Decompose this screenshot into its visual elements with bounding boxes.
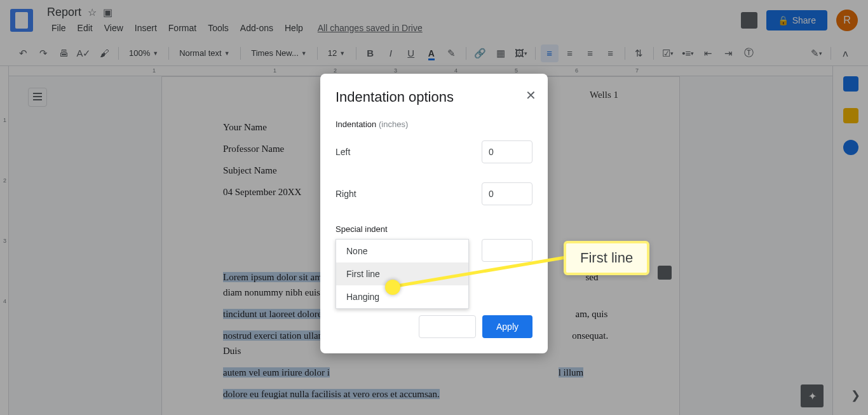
share-label: Share (792, 15, 816, 25)
saved-status[interactable]: All changes saved in Drive (318, 23, 423, 33)
avatar[interactable]: R (836, 10, 858, 31)
menu-insert[interactable]: Insert (130, 20, 161, 36)
editing-mode-icon[interactable]: ✎▾ (808, 44, 825, 62)
highlight-icon[interactable]: ✎ (443, 44, 461, 62)
dialog-title: Indentation options (336, 89, 532, 105)
close-icon[interactable]: ✕ (526, 88, 536, 103)
zoom-select[interactable]: 100%▼ (124, 46, 163, 60)
calendar-icon[interactable] (843, 76, 858, 92)
doc-body[interactable]: autem vel eum iriure dolor i l illum (223, 365, 618, 380)
side-panel-chevron-icon[interactable]: ❯ (851, 388, 860, 402)
undo-icon[interactable]: ↶ (14, 44, 32, 62)
explore-button[interactable] (801, 384, 824, 407)
keep-icon[interactable] (843, 108, 858, 123)
font-size-select[interactable]: 12▼ (323, 46, 351, 60)
share-button[interactable]: 🔒 Share (766, 10, 827, 31)
menu-edit[interactable]: Edit (73, 20, 97, 36)
dropdown-option-first-line[interactable]: First line (336, 262, 468, 285)
print-icon[interactable]: 🖶 (55, 44, 72, 62)
open-comments-icon[interactable] (741, 12, 757, 29)
align-center-icon[interactable]: ≡ (561, 44, 579, 62)
special-indent-dropdown[interactable]: None First line Hanging (336, 239, 469, 309)
annotation-dot (385, 280, 400, 295)
special-indent-value-input[interactable] (482, 239, 532, 262)
menu-help[interactable]: Help (280, 20, 308, 36)
add-comment-side-icon[interactable] (658, 266, 672, 280)
line-spacing-icon[interactable]: ⇅ (630, 44, 648, 62)
redo-icon[interactable]: ↷ (34, 44, 52, 62)
dropdown-option-none[interactable]: None (336, 240, 468, 262)
star-icon[interactable]: ☆ (88, 6, 97, 18)
menu-view[interactable]: View (100, 20, 128, 36)
menu-format[interactable]: Format (164, 20, 201, 36)
add-comment-icon[interactable]: ▦ (492, 44, 510, 62)
right-indent-label: Right (336, 189, 356, 199)
paragraph-style-select[interactable]: Normal text▼ (174, 46, 235, 60)
tasks-icon[interactable] (843, 140, 858, 155)
bulleted-list-icon[interactable]: •≡▾ (679, 44, 697, 62)
right-indent-input[interactable] (482, 182, 532, 205)
bold-icon[interactable]: B (362, 44, 379, 62)
indentation-options-dialog: Indentation options ✕ Indentation (inche… (320, 74, 548, 353)
indentation-label: Indentation (inches) (336, 119, 532, 129)
align-right-icon[interactable]: ≡ (581, 44, 599, 62)
side-panel (832, 66, 868, 415)
menu-tools[interactable]: Tools (203, 20, 233, 36)
increase-indent-icon[interactable]: ⇥ (720, 44, 738, 62)
dropdown-option-hanging[interactable]: Hanging (336, 285, 468, 308)
align-justify-icon[interactable]: ≡ (602, 44, 620, 62)
font-select[interactable]: Times New...▼ (246, 46, 312, 60)
doc-title[interactable]: Report (47, 6, 81, 19)
document-outline-icon[interactable] (28, 88, 47, 107)
spellcheck-icon[interactable]: A✓ (75, 44, 93, 62)
annotation-callout: First line (564, 241, 649, 275)
apply-button[interactable]: Apply (482, 315, 532, 338)
menu-addons[interactable]: Add-ons (236, 20, 278, 36)
decrease-indent-icon[interactable]: ⇤ (700, 44, 717, 62)
checklist-icon[interactable]: ☑▾ (659, 44, 677, 62)
align-left-icon[interactable]: ≡ (541, 44, 559, 62)
special-indent-label: Special indent (336, 224, 532, 234)
insert-image-icon[interactable]: 🖼▾ (512, 44, 530, 62)
docs-logo-icon[interactable] (10, 9, 33, 32)
italic-icon[interactable]: I (382, 44, 400, 62)
left-indent-label: Left (336, 147, 350, 157)
menu-file[interactable]: File (47, 20, 71, 36)
link-icon[interactable]: 🔗 (471, 44, 489, 62)
move-to-folder-icon[interactable]: ▣ (103, 6, 112, 18)
clear-formatting-icon[interactable]: Ⓣ (740, 44, 758, 62)
left-indent-input[interactable] (482, 140, 532, 163)
underline-icon[interactable]: U (402, 44, 420, 62)
lock-icon: 🔒 (778, 15, 789, 25)
collapse-toolbar-icon[interactable]: ʌ (836, 44, 854, 62)
paint-format-icon[interactable]: 🖌 (95, 44, 113, 62)
text-color-icon[interactable]: A (423, 44, 440, 62)
doc-body[interactable]: dolore eu feugiat nulla facilisis at ver… (223, 386, 618, 402)
cancel-button[interactable] (419, 315, 476, 338)
vertical-ruler: 1 2 3 4 (0, 66, 9, 415)
